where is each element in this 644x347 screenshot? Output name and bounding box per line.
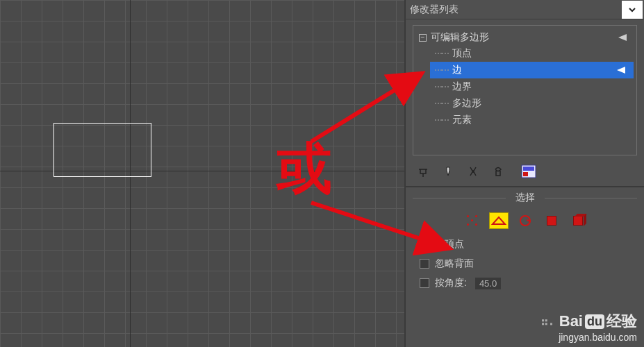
angle-value-spinner[interactable]: 45.0 <box>475 278 501 289</box>
subobject-edge[interactable]: ⋯⋯边 <box>430 62 634 78</box>
by-vertex-label: 按顶点 <box>435 238 464 251</box>
border-icon <box>520 215 531 226</box>
selection-rollout-header[interactable]: 选择 <box>413 192 637 204</box>
vertex-icon <box>465 214 479 228</box>
watermark-brand2: du <box>585 314 604 329</box>
stack-root-label: 可编辑多边形 <box>431 31 489 44</box>
stack-subobject-list: ⋯⋯顶点 ⋯⋯边 ⋯⋯边界 ⋯⋯多边形 ⋯⋯元素 <box>430 45 634 128</box>
element-mode-button[interactable] <box>568 212 588 229</box>
modifier-panel: 修改器列表 − 可编辑多边形 ⋯⋯顶点 ⋯⋯边 ⋯⋯边界 ⋯⋯多边形 ⋯⋯元素 … <box>404 0 644 347</box>
watermark-brand1: Bai <box>559 312 583 330</box>
paw-icon: ⠶⠄ <box>540 315 557 328</box>
subobject-element[interactable]: ⋯⋯元素 <box>430 112 634 128</box>
watermark-product: 经验 <box>606 311 637 332</box>
svg-rect-2 <box>523 172 528 176</box>
make-unique-icon[interactable] <box>465 164 481 179</box>
ignore-backfacing-label: 忽略背面 <box>435 257 474 270</box>
subobject-border[interactable]: ⋯⋯边界 <box>430 78 634 95</box>
stack-toolbar <box>406 160 644 187</box>
modifier-stack[interactable]: − 可编辑多边形 ⋯⋯顶点 ⋯⋯边 ⋯⋯边界 ⋯⋯多边形 ⋯⋯元素 <box>413 25 637 155</box>
selected-object-box[interactable] <box>53 123 151 177</box>
ignore-backfacing-checkbox-row[interactable]: 忽略背面 <box>406 254 644 273</box>
modifier-list-dropdown[interactable]: 修改器列表 <box>406 0 644 19</box>
triangle-left-icon <box>617 65 625 76</box>
edge-icon <box>491 215 506 226</box>
checkbox-icon[interactable] <box>420 278 429 288</box>
baidu-watermark: ⠶⠄ Baidu 经验 jingyan.baidu.com <box>540 311 637 343</box>
polygon-mode-button[interactable] <box>542 212 561 229</box>
subobject-polygon[interactable]: ⋯⋯多边形 <box>430 95 634 112</box>
element-icon <box>573 216 583 226</box>
chevron-down-icon[interactable] <box>622 1 643 19</box>
stack-root-editable-poly[interactable]: − 可编辑多边形 <box>416 30 634 45</box>
polygon-icon <box>547 216 556 226</box>
vertex-mode-button[interactable] <box>463 212 482 229</box>
edge-mode-button[interactable] <box>489 212 509 229</box>
remove-modifier-icon[interactable] <box>490 164 506 179</box>
configure-modifier-sets-icon[interactable] <box>521 164 536 179</box>
triangle-left-icon <box>618 31 627 44</box>
show-end-result-icon[interactable] <box>440 164 456 179</box>
border-mode-button[interactable] <box>515 212 535 229</box>
collapse-icon[interactable]: − <box>419 34 427 42</box>
checkbox-icon[interactable] <box>420 239 429 249</box>
subobject-vertex[interactable]: ⋯⋯顶点 <box>430 45 634 62</box>
by-vertex-checkbox-row[interactable]: 按顶点 <box>406 235 644 254</box>
by-angle-checkbox-row[interactable]: 按角度: 45.0 <box>406 273 644 293</box>
modifier-list-label: 修改器列表 <box>406 3 622 16</box>
viewport[interactable] <box>0 0 404 347</box>
watermark-url: jingyan.baidu.com <box>540 332 637 343</box>
svg-rect-1 <box>523 167 534 171</box>
subobject-buttons-row <box>406 207 644 235</box>
selection-rollout-title: 选择 <box>506 192 545 204</box>
checkbox-icon[interactable] <box>420 259 429 269</box>
by-angle-label: 按角度: <box>435 277 467 289</box>
pin-stack-icon[interactable] <box>415 164 431 179</box>
